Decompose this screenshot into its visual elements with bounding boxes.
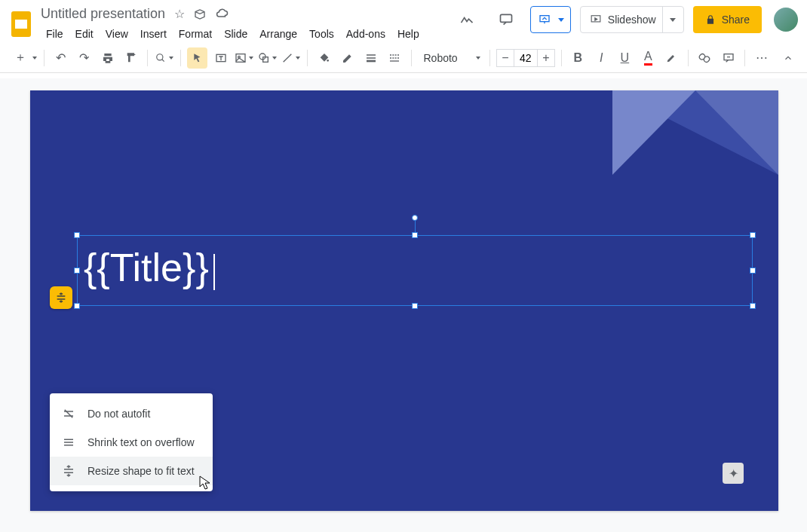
font-family-select[interactable]: Roboto [418, 48, 483, 68]
new-slide-button[interactable]: ＋ [9, 47, 38, 69]
text-cursor [213, 254, 215, 290]
select-tool[interactable] [187, 47, 207, 69]
border-dash-button[interactable] [384, 47, 404, 69]
comments-icon[interactable] [491, 5, 521, 35]
menu-view[interactable]: View [100, 25, 133, 43]
autofit-option-label: Resize shape to fit text [87, 465, 195, 477]
shape-tool[interactable] [257, 47, 278, 69]
text-color-button[interactable]: A [638, 47, 658, 69]
menu-addons[interactable]: Add-ons [341, 25, 391, 43]
resize-handle[interactable] [750, 268, 756, 274]
paint-format-button[interactable] [121, 47, 141, 69]
svg-point-3 [156, 54, 162, 60]
shrink-text-icon [62, 436, 75, 449]
resize-handle[interactable] [750, 303, 756, 309]
border-color-button[interactable] [337, 47, 357, 69]
workspace[interactable]: {{Title}} ✦ Do not autofit Shrink text o… [0, 78, 807, 532]
menu-bar: File Edit View Insert Format Slide Arran… [41, 25, 452, 43]
slideshow-more-icon[interactable] [662, 6, 683, 33]
italic-button[interactable]: I [591, 47, 612, 69]
insert-link-button[interactable] [695, 47, 715, 69]
insert-comment-button[interactable] [718, 47, 738, 69]
textbox-tool[interactable] [210, 47, 231, 69]
print-button[interactable] [97, 47, 118, 69]
activity-icon[interactable] [452, 5, 482, 35]
redo-button[interactable]: ↷ [74, 47, 94, 69]
present-mode-button[interactable] [530, 6, 571, 33]
rotate-handle[interactable] [412, 215, 418, 221]
resize-handle[interactable] [412, 232, 418, 238]
slideshow-button[interactable]: Slideshow [580, 6, 684, 33]
account-avatar[interactable] [774, 8, 798, 32]
font-size-decrease[interactable]: − [496, 49, 514, 67]
menu-format[interactable]: Format [173, 25, 217, 43]
resize-handle[interactable] [74, 303, 80, 309]
line-tool[interactable] [281, 47, 301, 69]
fill-color-button[interactable] [314, 47, 334, 69]
autofit-popup: Do not autofit Shrink text on overflow R… [50, 393, 213, 491]
more-tools-button[interactable]: ⋯ [751, 47, 772, 69]
collapse-toolbar-button[interactable] [778, 47, 798, 69]
resize-handle[interactable] [74, 232, 80, 238]
border-weight-button[interactable] [361, 47, 381, 69]
cloud-status-icon[interactable] [215, 8, 229, 21]
autofit-option-resize[interactable]: Resize shape to fit text [50, 457, 213, 485]
menu-insert[interactable]: Insert [135, 25, 172, 43]
resize-shape-icon [62, 464, 75, 478]
font-size-input[interactable] [514, 49, 537, 67]
move-icon[interactable] [194, 8, 206, 20]
autofit-option-shrink[interactable]: Shrink text on overflow [50, 428, 213, 457]
decor-triangle [612, 90, 695, 175]
menu-arrange[interactable]: Arrange [254, 25, 302, 43]
star-icon[interactable]: ☆ [174, 7, 185, 21]
zoom-button[interactable] [154, 47, 174, 69]
explore-button[interactable]: ✦ [723, 463, 744, 484]
app-logo[interactable] [6, 6, 36, 42]
menu-tools[interactable]: Tools [304, 25, 339, 43]
doc-title[interactable]: Untitled presentation [41, 6, 165, 22]
menu-file[interactable]: File [41, 25, 69, 43]
share-button[interactable]: Share [693, 6, 762, 33]
autofit-option-label: Do not autofit [87, 408, 150, 420]
no-autofit-icon [62, 407, 75, 420]
resize-handle[interactable] [74, 268, 80, 274]
font-size-increase[interactable]: + [537, 49, 555, 67]
svg-rect-1 [540, 16, 549, 22]
autofit-option-none[interactable]: Do not autofit [50, 399, 213, 428]
bold-button[interactable]: B [568, 47, 588, 69]
svg-rect-0 [500, 14, 511, 22]
autofit-option-label: Shrink text on overflow [87, 436, 195, 448]
menu-help[interactable]: Help [392, 25, 425, 43]
resize-handle[interactable] [750, 232, 756, 238]
highlight-button[interactable] [661, 47, 682, 69]
menu-edit[interactable]: Edit [70, 25, 99, 43]
underline-button[interactable]: U [615, 47, 635, 69]
svg-point-9 [327, 60, 329, 62]
slideshow-label: Slideshow [608, 14, 656, 26]
font-family-label: Roboto [424, 52, 458, 64]
decor-triangle [695, 90, 778, 175]
share-label: Share [722, 14, 750, 26]
title-text[interactable]: {{Title}} [84, 246, 209, 289]
menu-slide[interactable]: Slide [219, 25, 253, 43]
toolbar: ＋ ↶ ↷ Roboto [0, 43, 807, 73]
image-tool[interactable] [234, 47, 254, 69]
autofit-indicator-button[interactable] [50, 286, 72, 309]
undo-button[interactable]: ↶ [51, 47, 71, 69]
title-textbox[interactable]: {{Title}} [77, 235, 753, 306]
resize-handle[interactable] [412, 303, 418, 309]
